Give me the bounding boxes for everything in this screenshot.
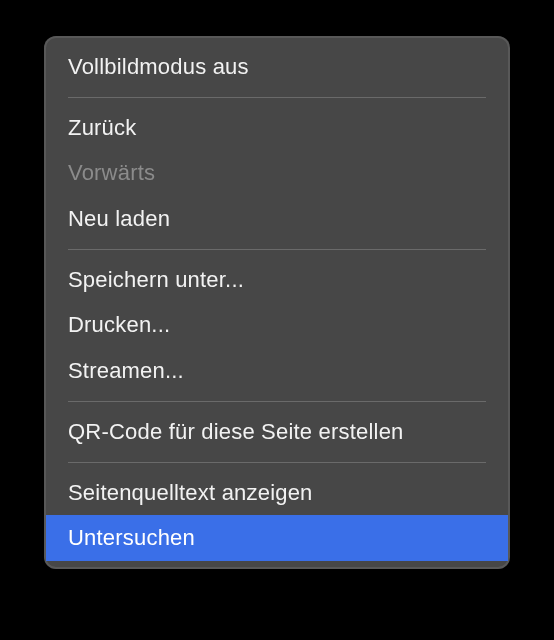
menu-item-view-source[interactable]: Seitenquelltext anzeigen — [44, 470, 510, 516]
menu-separator — [68, 249, 486, 250]
menu-item-back[interactable]: Zurück — [44, 105, 510, 151]
menu-item-forward: Vorwärts — [44, 150, 510, 196]
menu-item-inspect[interactable]: Untersuchen — [46, 515, 508, 561]
menu-separator — [68, 97, 486, 98]
menu-item-save-as[interactable]: Speichern unter... — [44, 257, 510, 303]
menu-item-exit-fullscreen[interactable]: Vollbildmodus aus — [44, 44, 510, 90]
menu-item-reload[interactable]: Neu laden — [44, 196, 510, 242]
menu-item-cast[interactable]: Streamen... — [44, 348, 510, 394]
menu-item-print[interactable]: Drucken... — [44, 302, 510, 348]
menu-separator — [68, 401, 486, 402]
context-menu: Vollbildmodus aus Zurück Vorwärts Neu la… — [44, 36, 510, 569]
menu-item-create-qr[interactable]: QR-Code für diese Seite erstellen — [44, 409, 510, 455]
menu-separator — [68, 462, 486, 463]
